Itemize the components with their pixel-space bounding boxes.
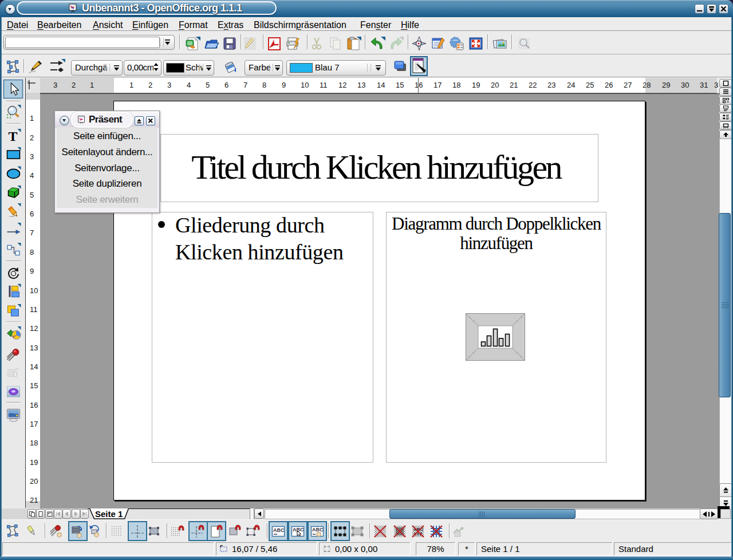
svg-text:Seite 1: Seite 1 xyxy=(95,509,123,519)
svg-text:T: T xyxy=(9,129,18,144)
svg-text:ABC: ABC xyxy=(273,527,285,533)
svg-text:ABC: ABC xyxy=(312,527,324,533)
